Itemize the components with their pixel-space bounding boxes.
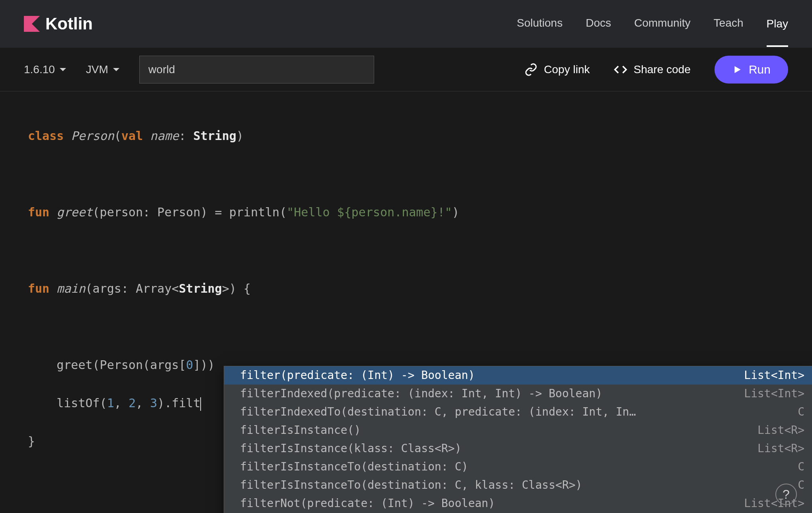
code-line (28, 165, 784, 184)
link-icon (524, 63, 538, 76)
code-editor[interactable]: class Person(val name: String) fun greet… (0, 91, 812, 513)
autocomplete-return-type: C (798, 477, 804, 494)
svg-marker-1 (734, 66, 740, 73)
chevron-down-icon (60, 68, 66, 71)
help-icon: ? (783, 487, 790, 502)
autocomplete-signature: filterIsInstanceTo(destination: C) (240, 459, 468, 475)
nav-teach[interactable]: Teach (714, 17, 744, 31)
autocomplete-return-type: List<R> (757, 440, 804, 457)
code-line: class Person(val name: String) (28, 126, 784, 146)
target-dropdown[interactable]: JVM (86, 63, 119, 76)
nav-solutions[interactable]: Solutions (517, 17, 562, 31)
chevron-down-icon (113, 68, 119, 71)
code-line: fun greet(person: Person) = println("Hel… (28, 203, 784, 222)
autocomplete-item[interactable]: filterIsInstance()List<R> (224, 421, 812, 439)
svg-marker-0 (24, 16, 40, 32)
play-icon (732, 64, 742, 75)
autocomplete-item[interactable]: filterIndexedTo(destination: C, predicat… (224, 403, 812, 421)
autocomplete-return-type: C (798, 459, 804, 475)
autocomplete-signature: filterNot(predicate: (Int) -> Boolean) (240, 495, 495, 512)
autocomplete-item[interactable]: filterIndexed(predicate: (index: Int, In… (224, 385, 812, 403)
version-label: 1.6.10 (24, 63, 55, 76)
text-cursor (200, 397, 201, 411)
autocomplete-item[interactable]: filterNot(predicate: (Int) -> Boolean)Li… (224, 494, 812, 513)
code-line (28, 317, 784, 336)
autocomplete-popup: filter(predicate: (Int) -> Boolean)List<… (224, 366, 812, 513)
autocomplete-return-type: List<Int> (744, 385, 804, 402)
code-line (28, 241, 784, 260)
share-code-label: Share code (634, 63, 691, 76)
autocomplete-return-type: C (798, 404, 804, 420)
kotlin-logo-icon (24, 16, 40, 32)
autocomplete-signature: filter(predicate: (Int) -> Boolean) (240, 367, 475, 384)
autocomplete-signature: filterIsInstance(klass: Class<R>) (240, 440, 461, 457)
toolbar-right: Copy link Share code Run (524, 56, 788, 84)
autocomplete-return-type: List<Int> (744, 367, 804, 384)
brand-logo[interactable]: Kotlin (24, 14, 93, 33)
program-args-input[interactable] (139, 56, 374, 84)
version-dropdown[interactable]: 1.6.10 (24, 63, 66, 76)
header: Kotlin Solutions Docs Community Teach Pl… (0, 0, 812, 48)
nav-community[interactable]: Community (634, 17, 691, 31)
autocomplete-item[interactable]: filter(predicate: (Int) -> Boolean)List<… (224, 366, 812, 385)
toolbar: 1.6.10 JVM Copy link Share code (0, 48, 812, 91)
main-nav: Solutions Docs Community Teach Play (517, 17, 788, 31)
autocomplete-item[interactable]: filterIsInstanceTo(destination: C)C (224, 458, 812, 476)
copy-link-button[interactable]: Copy link (524, 63, 590, 76)
autocomplete-item[interactable]: filterIsInstanceTo(destination: C, klass… (224, 476, 812, 494)
code-icon (614, 63, 627, 76)
autocomplete-signature: filterIsInstanceTo(destination: C, klass… (240, 477, 582, 494)
share-code-button[interactable]: Share code (614, 63, 691, 76)
code-line: fun main(args: Array<String>) { (28, 279, 784, 298)
autocomplete-return-type: List<R> (757, 422, 804, 439)
autocomplete-item[interactable]: filterIsInstance(klass: Class<R>)List<R> (224, 439, 812, 458)
nav-docs[interactable]: Docs (586, 17, 611, 31)
autocomplete-signature: filterIndexed(predicate: (index: Int, In… (240, 385, 602, 402)
copy-link-label: Copy link (544, 63, 590, 76)
target-label: JVM (86, 63, 108, 76)
nav-play[interactable]: Play (767, 17, 788, 47)
help-button[interactable]: ? (775, 484, 797, 505)
brand-name: Kotlin (45, 14, 93, 33)
autocomplete-signature: filterIndexedTo(destination: C, predicat… (240, 404, 636, 420)
toolbar-left: 1.6.10 JVM (24, 56, 374, 84)
run-button[interactable]: Run (714, 56, 788, 84)
autocomplete-signature: filterIsInstance() (240, 422, 361, 439)
run-label: Run (749, 63, 771, 76)
